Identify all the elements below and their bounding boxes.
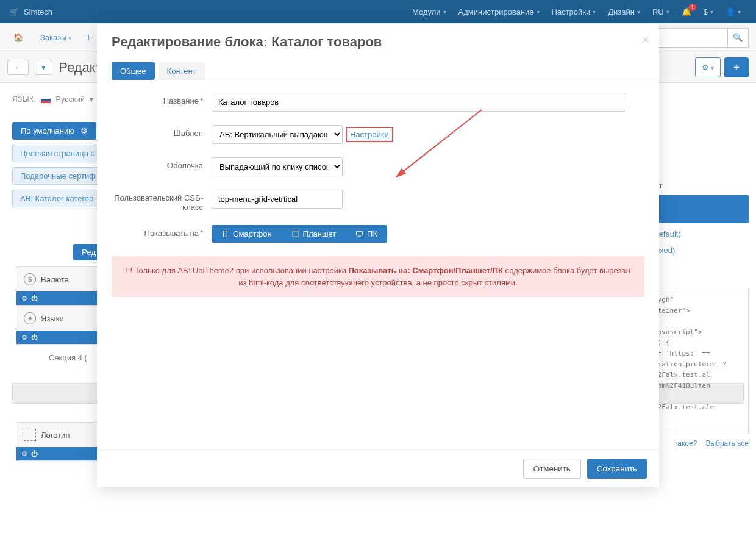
page-title: Редакт [59, 60, 101, 76]
user-icon: 👤 [726, 7, 735, 16]
wrapper-select[interactable]: Выпадающий по клику список [212, 157, 343, 176]
menu-t[interactable]: Т [82, 29, 94, 46]
tabs: Общее Контент [97, 56, 659, 80]
device-tablet[interactable]: Планшет [282, 225, 346, 243]
settings-link-highlight: Настройки [346, 127, 393, 142]
notifications[interactable]: 🔔 1 [676, 7, 697, 16]
dollar-icon: $ [24, 273, 36, 285]
svg-rect-0 [224, 231, 227, 237]
menu-currency[interactable]: $ [697, 7, 719, 16]
block-label: Логотип [41, 431, 70, 440]
device-smartphone[interactable]: Смартфон [212, 225, 282, 243]
logo-icon [24, 429, 36, 441]
lang-value: Русский [55, 95, 85, 104]
power-icon[interactable]: ⏻ [31, 295, 38, 302]
search-button[interactable]: 🔍 [728, 28, 749, 48]
plus-icon: ＋ [732, 62, 741, 72]
chip-default[interactable]: По умолчанию ⚙ [12, 122, 96, 140]
block-label: Валюта [41, 275, 69, 284]
home-icon[interactable]: 🏠 [7, 29, 29, 46]
chip-gift[interactable]: Подарочные сертиф [12, 167, 104, 185]
power-icon[interactable]: ⏻ [31, 450, 38, 457]
modal-header: Редактирование блока: Каталог товаров × [97, 24, 659, 56]
menu-admin[interactable]: Администрирование [452, 7, 546, 16]
settings-link[interactable]: Настройки [350, 130, 389, 139]
svg-rect-1 [293, 231, 298, 237]
gear-icon[interactable]: ⚙ [21, 450, 27, 458]
gear-icon[interactable]: ⚙ [21, 295, 27, 302]
back-dropdown[interactable]: ▾ [35, 60, 52, 75]
modal: Редактирование блока: Каталог товаров × … [97, 24, 659, 473]
desktop-icon [355, 230, 363, 238]
menu-lang[interactable]: RU [646, 7, 676, 16]
globe-icon: ✦ [24, 312, 36, 324]
close-icon[interactable]: × [642, 33, 649, 47]
gear-icon: ⚙ [80, 126, 88, 135]
warning-alert: !!! Только для АВ: UniTheme2 при использ… [112, 256, 644, 297]
gear-button[interactable]: ⚙ [695, 57, 721, 77]
top-menu: 🛒 Simtech Модули Администрирование Настр… [0, 0, 756, 23]
menu-settings[interactable]: Настройки [546, 7, 602, 16]
power-icon[interactable]: ⏻ [31, 334, 38, 341]
add-button[interactable]: ＋ [724, 57, 749, 77]
link-whatis[interactable]: такое? [674, 439, 697, 448]
chip-catalog[interactable]: АВ: Каталог категор [12, 190, 101, 207]
tablet-icon [291, 230, 299, 238]
name-input[interactable] [212, 93, 626, 112]
tab-content[interactable]: Контент [159, 62, 205, 80]
brand-label: Simtech [24, 7, 52, 16]
link-selectall[interactable]: Выбрать все [705, 439, 749, 448]
menu-design[interactable]: Дизайн [602, 7, 646, 16]
chevron-down-icon: ▾ [90, 95, 94, 104]
modal-footer: Отменить Сохранить [97, 449, 659, 473]
modal-title: Редактирование блока: Каталог товаров [112, 34, 644, 50]
block-label: Языки [41, 314, 64, 323]
notification-badge: 1 [688, 4, 696, 11]
cart-icon: 🛒 [9, 7, 19, 16]
menu-orders[interactable]: Заказы [37, 29, 75, 46]
gear-icon: ⚙ [702, 63, 709, 72]
gear-icon[interactable]: ⚙ [21, 334, 27, 341]
cancel-button[interactable]: Отменить [523, 459, 581, 473]
chip-landing[interactable]: Целевая страница о [12, 145, 103, 162]
search-icon: 🔍 [733, 33, 743, 42]
device-buttons: Смартфон Планшет ПК [212, 225, 387, 243]
modal-overlay: Редактирование блока: Каталог товаров × … [0, 24, 756, 473]
menu-user[interactable]: 👤 [719, 7, 747, 16]
brand[interactable]: 🛒 Simtech [9, 7, 52, 16]
device-pc[interactable]: ПК [346, 225, 387, 243]
svg-rect-2 [357, 231, 363, 235]
lang-label: ЯЗЫК: [12, 95, 36, 104]
menu-modules[interactable]: Модули [406, 7, 452, 16]
ru-flag-icon [41, 96, 51, 103]
save-button[interactable]: Сохранить [587, 459, 647, 473]
back-button[interactable]: ← [7, 60, 29, 75]
modal-body: Название* Шаблон АВ: Вертикальный выпада… [97, 80, 659, 449]
smartphone-icon [221, 230, 229, 238]
template-select[interactable]: АВ: Вертикальный выпадающий [212, 125, 343, 144]
css-class-input[interactable] [212, 190, 343, 209]
tab-general[interactable]: Общее [112, 62, 155, 80]
